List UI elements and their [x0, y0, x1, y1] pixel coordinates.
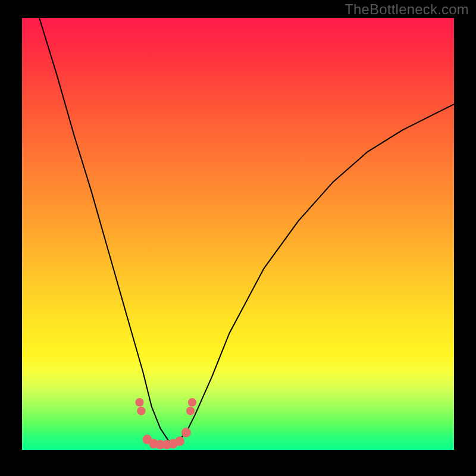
plot-area	[22, 18, 454, 450]
curve-svg	[22, 18, 454, 450]
bottleneck-curve	[22, 18, 454, 441]
vertex-marker	[135, 398, 143, 406]
vertex-marker	[186, 407, 195, 415]
outer-frame: TheBottleneck.com	[0, 0, 476, 476]
marker-group	[135, 398, 196, 449]
vertex-marker	[175, 437, 184, 446]
vertex-marker	[188, 398, 196, 406]
watermark-text: TheBottleneck.com	[345, 1, 469, 18]
vertex-marker	[181, 428, 191, 437]
vertex-marker	[137, 407, 145, 415]
